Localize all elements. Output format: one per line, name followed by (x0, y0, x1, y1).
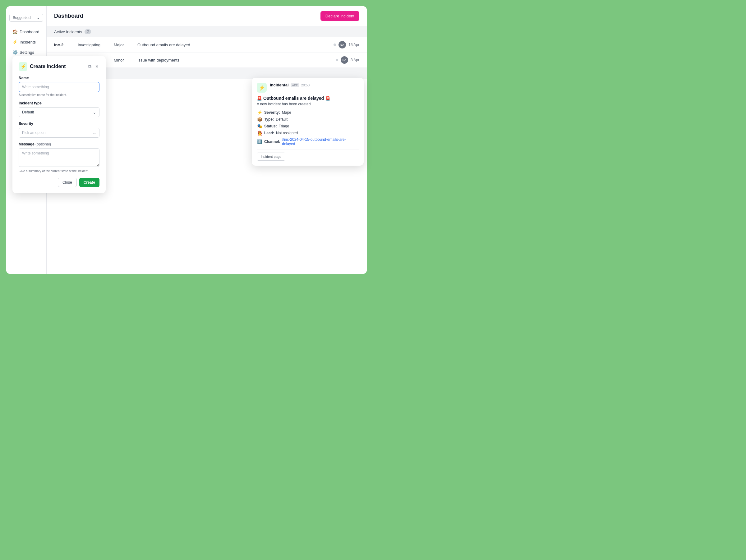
status-icon: 🎭 (257, 124, 262, 129)
modal-title-area: ⚡ Create incident (19, 62, 66, 71)
status-detail-label: Status: (264, 124, 277, 128)
severity-icon: ⚡ (257, 110, 262, 115)
declare-incident-button[interactable]: Declare incident (320, 11, 359, 21)
sidebar-item-label: Incidents (20, 40, 36, 45)
slack-sender-info: Incidental APP 20:50 (270, 83, 310, 87)
slack-divider (257, 149, 359, 149)
active-incidents-label: Active incidents (54, 30, 82, 34)
modal-footer: Close Create (19, 178, 99, 187)
incident-date: 15 Apr (348, 42, 359, 47)
incident-row[interactable]: inc-2 Investigating Major Outbound email… (47, 37, 367, 53)
severity-select[interactable]: Pick an option (19, 128, 99, 138)
avatar: SA (339, 41, 346, 49)
incident-title: Issue with deployments (137, 58, 331, 62)
lead-detail-label: Lead: (264, 131, 274, 135)
slack-sender: Incidental APP 20:50 (270, 83, 310, 87)
slack-panel: ⚡ Incidental APP 20:50 🚨 Outbound emails… (252, 78, 364, 166)
message-textarea[interactable] (19, 148, 99, 167)
type-form-group: Incident type Default (19, 101, 99, 117)
type-detail-value: Default (276, 117, 288, 121)
severity-form-group: Severity Pick an option (19, 121, 99, 138)
dashboard-icon: 🏠 (12, 29, 18, 34)
sidebar-item-label: Dashboard (20, 30, 39, 34)
status-dot-icon (336, 59, 338, 61)
incident-id: inc-2 (54, 42, 73, 47)
dashboard-header: Dashboard Declare incident (47, 6, 367, 26)
create-button[interactable]: Create (79, 178, 99, 187)
sidebar-item-incidents[interactable]: ⚡ Incidents (8, 37, 45, 47)
active-incidents-section-header: Active incidents 2 (47, 26, 367, 37)
message-optional: (optional) (35, 142, 51, 146)
create-incident-modal: ⚡ Create incident ⧉ ✕ Name A descriptive… (12, 56, 106, 193)
suggested-dropdown[interactable]: Suggested ⌄ (9, 14, 43, 22)
name-input[interactable] (19, 82, 99, 92)
status-dot-icon (334, 43, 336, 46)
incident-title: Outbound emails are delayed (137, 42, 328, 47)
modal-actions: ⧉ ✕ (88, 63, 99, 70)
slack-detail-lead: 🧑‍🚒 Lead: Not assigned (257, 130, 359, 136)
modal-header: ⚡ Create incident ⧉ ✕ (19, 62, 99, 71)
suggested-label: Suggested (13, 16, 30, 20)
incident-severity: Minor (114, 58, 133, 62)
close-button[interactable]: Close (58, 178, 77, 187)
page-title: Dashboard (54, 13, 83, 19)
slack-incident-title: 🚨 Outbound emails are delayed 🚨 (257, 96, 359, 101)
channel-label: Channel: (264, 140, 280, 144)
slack-detail-type: 📦 Type: Default (257, 117, 359, 122)
avatar: SA (341, 56, 348, 64)
type-label: Incident type (19, 101, 99, 105)
incident-meta: SA 15 Apr (334, 41, 359, 49)
severity-label: Severity (19, 121, 99, 126)
incident-severity: Major (114, 42, 133, 47)
modal-copy-button[interactable]: ⧉ (88, 63, 92, 70)
name-form-group: Name A descriptive name for the incident… (19, 76, 99, 97)
incident-status: Investigating (78, 42, 109, 47)
sidebar-item-label: Settings (20, 50, 34, 55)
sidebar-item-dashboard[interactable]: 🏠 Dashboard (8, 27, 45, 37)
slack-detail-channel: #️⃣ Channel: #inc-2024-04-15-outbound-em… (257, 137, 359, 146)
incident-page-button[interactable]: Incident page (257, 153, 285, 161)
slack-logo-icon: ⚡ (257, 83, 267, 93)
message-hint: Give a summary of the current state of t… (19, 169, 99, 173)
lead-icon: 🧑‍🚒 (257, 130, 262, 136)
severity-detail-label: Severity: (264, 110, 280, 115)
type-detail-label: Type: (264, 117, 274, 121)
modal-lightning-icon: ⚡ (19, 62, 27, 71)
severity-detail-value: Major (282, 110, 291, 115)
slack-app-badge: APP (291, 83, 299, 87)
modal-close-x-button[interactable]: ✕ (94, 63, 99, 70)
slack-header: ⚡ Incidental APP 20:50 (257, 83, 359, 93)
type-icon: 📦 (257, 117, 262, 122)
lead-detail-value: Not assigned (276, 131, 298, 135)
modal-title: Create incident (30, 64, 66, 69)
slack-detail-status: 🎭 Status: Triage (257, 124, 359, 129)
gear-icon: ⚙️ (12, 50, 18, 55)
slack-time: 20:50 (301, 83, 310, 87)
type-select-wrapper: Default (19, 107, 99, 117)
lightning-icon: ⚡ (12, 39, 18, 45)
active-incidents-count: 2 (85, 29, 91, 34)
message-form-group: Message (optional) Give a summary of the… (19, 142, 99, 173)
message-label: Message (optional) (19, 142, 99, 146)
incident-date: 8 Apr (351, 58, 359, 62)
severity-select-wrapper: Pick an option (19, 128, 99, 138)
slack-detail-severity: ⚡ Severity: Major (257, 110, 359, 115)
dropdown-chevron-icon: ⌄ (37, 16, 40, 20)
name-label: Name (19, 76, 99, 80)
incident-meta: SA 8 Apr (336, 56, 359, 64)
channel-link[interactable]: #inc-2024-04-15-outbound-emails-are-dela… (282, 137, 359, 146)
channel-icon: #️⃣ (257, 139, 262, 144)
name-hint: A descriptive name for the incident. (19, 93, 99, 97)
slack-subtitle: A new incident has been created (257, 102, 359, 106)
type-select[interactable]: Default (19, 107, 99, 117)
status-detail-value: Triage (279, 124, 289, 128)
